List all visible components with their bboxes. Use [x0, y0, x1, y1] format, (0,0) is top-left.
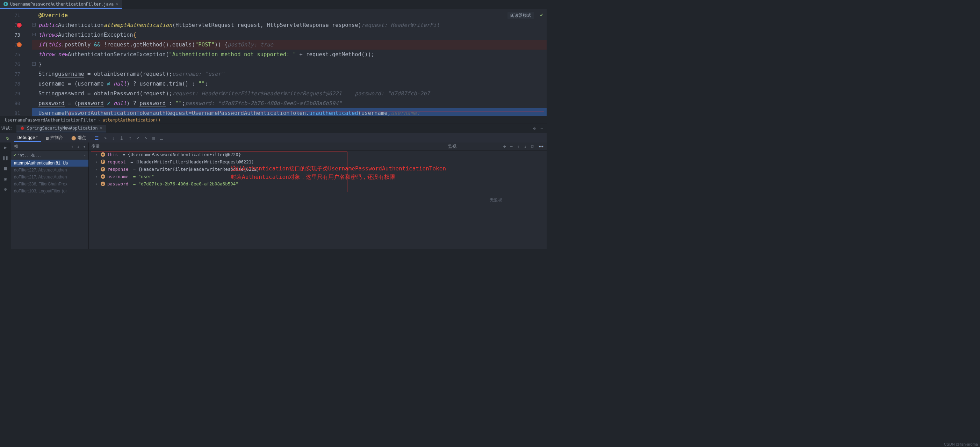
step-over-icon[interactable]: ↷	[104, 135, 107, 141]
stop-icon[interactable]: ■	[4, 165, 6, 171]
step-out-icon[interactable]: ↑	[129, 135, 131, 141]
line-number[interactable]: 77	[0, 69, 32, 79]
line-number[interactable]: 72	[0, 20, 32, 30]
glasses-icon[interactable]: 👓	[538, 144, 544, 149]
code-area[interactable]: @Override public Authentication attemptA…	[32, 9, 547, 116]
stack-frame[interactable]: doFilter:103, LogoutFilter (or	[11, 187, 88, 195]
code-line[interactable]: String password = obtainPassword(request…	[32, 89, 547, 98]
reader-mode-toggle[interactable]: 阅读器模式	[508, 12, 534, 19]
watch-up-icon[interactable]: ↑	[517, 144, 520, 149]
line-number[interactable]: 71	[0, 11, 32, 20]
debug-tabs: 调试: 🐞 SpringSecurityNewApplication × ⚙ —	[0, 124, 547, 133]
line-number[interactable]: 73	[0, 30, 32, 40]
debugger-tab[interactable]: Debugger	[14, 134, 41, 142]
breadcrumb[interactable]: UsernamePasswordAuthenticationFilter › a…	[0, 116, 547, 124]
copy-watch-icon[interactable]: ⧉	[531, 144, 534, 149]
filter-icon[interactable]: ▾	[83, 144, 86, 149]
rerun-icon[interactable]: ↻	[6, 135, 9, 141]
debug-sidebar: ▶ ❚❚ ■ ◉ ⊘	[0, 143, 11, 249]
frames-panel: 帧 ↑↓▾ ✔ "ht...在... ▾ attemptAuthenticati…	[11, 143, 89, 249]
code-line[interactable]: String username = obtainUsername(request…	[32, 69, 547, 79]
force-step-into-icon[interactable]: ⤓	[119, 135, 124, 141]
analysis-ok-icon[interactable]: ✔	[540, 12, 543, 17]
resume-icon[interactable]: ▶	[4, 144, 6, 150]
line-gutter: 717273747576777879808182838485	[0, 9, 32, 116]
next-frame-icon[interactable]: ↓	[77, 144, 80, 149]
tab-filename: UsernamePasswordAuthenticationFilter.jav…	[10, 2, 114, 6]
debug-run-config-tab[interactable]: 🐞 SpringSecurityNewApplication ×	[16, 125, 106, 132]
view-breakpoints-icon[interactable]: ◉	[4, 176, 6, 182]
chevron-right-icon: ›	[98, 118, 100, 122]
editor-tab-bar: C UsernamePasswordAuthenticationFilter.j…	[0, 0, 547, 9]
line-number[interactable]: 80	[0, 98, 32, 108]
watches-empty: 无监视	[445, 151, 547, 249]
add-watch-icon[interactable]: +	[503, 144, 506, 149]
run-to-cursor-icon[interactable]: ⬈	[136, 135, 139, 141]
pause-icon[interactable]: ❚❚	[2, 155, 8, 161]
annotation-text: 通过Authentication接口的实现子类UsernamePasswordA…	[231, 165, 446, 181]
close-icon[interactable]: ×	[100, 126, 102, 131]
breadcrumb-method[interactable]: attemptAuthentication()	[102, 118, 161, 122]
evaluate-icon[interactable]: ▦	[152, 135, 155, 141]
code-editor[interactable]: 717273747576777879808182838485 − − − − @…	[0, 9, 547, 116]
code-line[interactable]: throws AuthenticationException {	[32, 30, 547, 40]
debug-panel-tools: ⚙ —	[533, 126, 547, 131]
watches-panel: 监视 + − ↑ ↓ ⧉ 👓 无监视	[445, 143, 547, 249]
code-line[interactable]: }	[32, 59, 547, 69]
step-into-icon[interactable]: ↓	[111, 135, 114, 141]
mute-breakpoints-icon[interactable]: ⊘	[4, 187, 6, 192]
variables-panel: 变量 ›≡ this = {UsernamePasswordAuthentica…	[89, 143, 445, 249]
line-number[interactable]: 74	[0, 40, 32, 49]
annotation-box-code	[70, 111, 544, 116]
run-marker-icon[interactable]	[17, 23, 22, 28]
class-icon: C	[3, 2, 8, 6]
console-tab[interactable]: ▧控制台	[43, 134, 67, 142]
file-tab[interactable]: C UsernamePasswordAuthenticationFilter.j…	[0, 0, 122, 9]
line-number[interactable]: 75	[0, 49, 32, 59]
debug-label: 调试:	[2, 125, 15, 131]
line-number[interactable]: 81	[0, 108, 32, 116]
watches-title: 监视	[448, 144, 457, 149]
remove-watch-icon[interactable]: −	[510, 144, 513, 149]
trace-icon[interactable]: …	[160, 135, 163, 141]
filter-icon[interactable]: ☰	[94, 135, 99, 141]
line-number[interactable]: 78	[0, 79, 32, 89]
debug-toolbar: ↻ Debugger ▧控制台 ⬤端点 ☰ ↷ ↓ ⤓ ↑ ⬈ ⬉ ▦ …	[0, 133, 547, 143]
breakpoint-icon[interactable]	[17, 42, 22, 47]
check-icon: ✔	[14, 153, 16, 157]
breadcrumb-class[interactable]: UsernamePasswordAuthenticationFilter	[5, 118, 96, 122]
thread-selector[interactable]: ✔ "ht...在... ▾	[11, 151, 88, 159]
code-line[interactable]: throw new AuthenticationServiceException…	[32, 49, 547, 59]
stack-frame[interactable]: doFilter:227, AbstractAuthen	[11, 166, 88, 174]
debug-body: ▶ ❚❚ ■ ◉ ⊘ 帧 ↑↓▾ ✔ "ht...在... ▾ attemptA…	[0, 143, 547, 249]
close-icon[interactable]: ×	[116, 2, 118, 6]
stack-frame[interactable]: doFilter:217, AbstractAuthen	[11, 174, 88, 181]
prev-frame-icon[interactable]: ↑	[71, 144, 73, 149]
frames-title: 帧	[14, 144, 18, 149]
line-number[interactable]: 76	[0, 59, 32, 69]
endpoint-icon: ⬤	[71, 135, 76, 140]
code-line[interactable]: username = (username ≠ null) ? username.…	[32, 79, 547, 89]
watch-down-icon[interactable]: ↓	[524, 144, 527, 149]
gear-icon[interactable]: ⚙	[533, 126, 536, 131]
line-number[interactable]: 79	[0, 89, 32, 98]
bug-icon: 🐞	[20, 126, 25, 130]
breakpoints-tab[interactable]: ⬤端点	[68, 134, 89, 142]
minimize-icon[interactable]: —	[541, 126, 543, 131]
variables-title: 变量	[92, 144, 100, 149]
code-line[interactable]: public Authentication attemptAuthenticat…	[32, 20, 547, 30]
terminal-icon: ▧	[46, 135, 49, 140]
chevron-down-icon: ▾	[84, 153, 86, 157]
code-line[interactable]: password = (password ≠ null) ? password …	[32, 98, 547, 108]
code-line[interactable]: if (this.postOnly && !request.getMethod(…	[32, 40, 547, 49]
code-line[interactable]: @Override	[32, 11, 547, 20]
stack-frame[interactable]: doFilter:336, FilterChainProx	[11, 181, 88, 187]
stack-frame[interactable]: attemptAuthentication:81, Us	[11, 160, 88, 166]
drop-frame-icon[interactable]: ⬉	[144, 135, 147, 141]
